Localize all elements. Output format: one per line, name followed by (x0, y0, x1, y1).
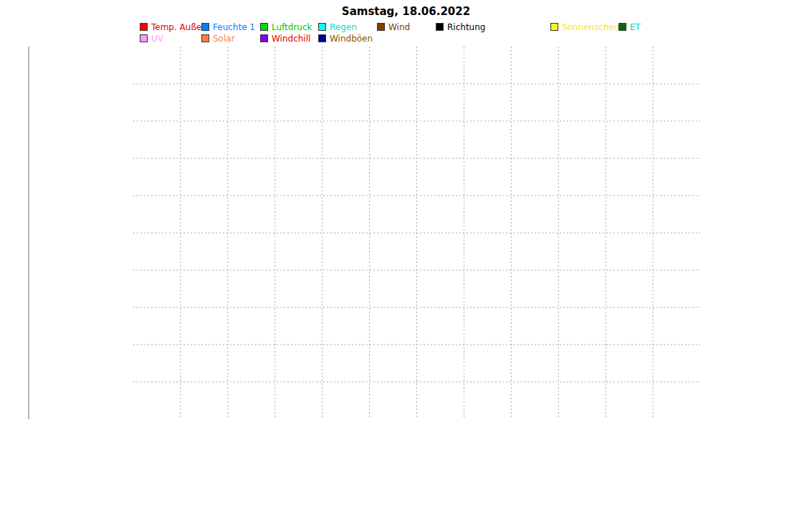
weather-app-window: Samstag, 18.06.2022 Temp. AußenFeuchte 1… (0, 0, 812, 508)
statistics-table (0, 448, 812, 508)
weather-day-chart (0, 0, 812, 448)
gridlines (133, 47, 700, 419)
